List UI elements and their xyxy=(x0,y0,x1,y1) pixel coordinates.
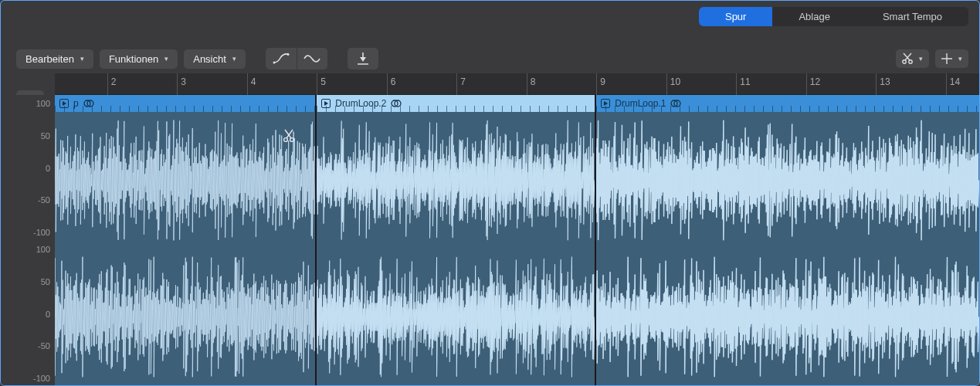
audio-region[interactable]: DrumLoop.2 xyxy=(317,95,596,385)
region-expand-icon xyxy=(59,99,69,108)
amplitude-label: -100 xyxy=(33,228,50,237)
ruler-mark: 2 xyxy=(107,73,117,95)
chevron-down-icon: ▾ xyxy=(958,55,962,63)
waveform xyxy=(317,249,595,385)
region-body[interactable] xyxy=(55,112,315,385)
region-header[interactable]: p xyxy=(55,95,315,112)
functions-menu[interactable]: Funktionen ▾ xyxy=(100,49,178,69)
ruler-mark: 7 xyxy=(456,73,466,95)
ruler-mark: 6 xyxy=(387,73,396,95)
chevron-down-icon: ▾ xyxy=(80,55,84,63)
ruler-mark: 10 xyxy=(666,73,680,95)
waveform xyxy=(55,112,315,249)
svg-point-5 xyxy=(903,60,906,63)
tab-ablage[interactable]: Ablage xyxy=(772,7,856,26)
svg-point-0 xyxy=(273,62,275,64)
stereo-link-icon xyxy=(391,99,402,108)
ruler-mark: 12 xyxy=(806,73,820,95)
waveform xyxy=(317,112,595,249)
ruler-mark: 8 xyxy=(527,73,536,95)
crosshair-icon xyxy=(941,52,952,65)
svg-marker-18 xyxy=(324,101,328,106)
view-menu-label: Ansicht xyxy=(193,53,226,65)
svg-marker-22 xyxy=(604,101,608,106)
chevron-down-icon: ▾ xyxy=(164,55,168,63)
flex-tool-group xyxy=(266,48,327,69)
region-expand-icon xyxy=(601,99,610,108)
ruler-mark: 14 xyxy=(946,73,960,95)
amplitude-label: -50 xyxy=(38,341,50,350)
flex-icon[interactable] xyxy=(297,48,327,69)
ruler-mark: 13 xyxy=(876,73,890,95)
bar-ruler[interactable]: 234567891011121314 xyxy=(55,73,979,95)
automation-curve-icon[interactable] xyxy=(266,48,297,69)
waveform-area[interactable]: pDrumLoop.2DrumLoop.1 xyxy=(55,95,979,385)
view-menu[interactable]: Ansicht ▾ xyxy=(184,49,246,69)
functions-menu-label: Funktionen xyxy=(109,53,158,65)
region-body[interactable] xyxy=(317,112,595,385)
svg-point-6 xyxy=(909,60,912,63)
region-body[interactable] xyxy=(596,112,979,385)
ruler-mark: 5 xyxy=(317,73,326,95)
editor-mode-tabs: Spur Ablage Smart Tempo xyxy=(699,7,968,26)
cmd-click-tool[interactable]: ▾ xyxy=(935,49,968,68)
region-header[interactable]: DrumLoop.1 xyxy=(596,95,979,112)
waveform xyxy=(55,249,315,385)
svg-marker-14 xyxy=(63,101,66,106)
audio-region[interactable]: DrumLoop.1 xyxy=(596,95,980,385)
edit-menu[interactable]: Bearbeiten ▾ xyxy=(16,49,93,69)
audio-region[interactable]: p xyxy=(55,95,317,385)
editor-toolbar: Bearbeiten ▾ Funktionen ▾ Ansicht ▾ xyxy=(16,46,968,72)
amplitude-label: 100 xyxy=(36,245,50,254)
ruler-mark: 4 xyxy=(247,73,256,95)
svg-point-1 xyxy=(287,53,289,56)
svg-marker-3 xyxy=(360,57,366,62)
amplitude-label: 100 xyxy=(36,99,50,108)
amplitude-scale: 100500-50-100100500-50-100 xyxy=(1,95,55,385)
chevron-down-icon: ▾ xyxy=(232,55,236,63)
ruler-mark: 11 xyxy=(736,73,750,95)
stereo-link-icon xyxy=(83,99,94,108)
amplitude-label: 50 xyxy=(41,277,50,286)
edit-menu-label: Bearbeiten xyxy=(25,53,74,65)
ruler-mark: 9 xyxy=(596,73,605,95)
region-name: p xyxy=(73,98,79,109)
region-name: DrumLoop.2 xyxy=(335,98,386,109)
amplitude-label: 0 xyxy=(46,164,50,173)
region-name: DrumLoop.1 xyxy=(615,98,666,109)
ruler-mark: 3 xyxy=(177,73,186,95)
region-expand-icon xyxy=(321,99,331,108)
tab-spur[interactable]: Spur xyxy=(699,7,772,26)
amplitude-label: -50 xyxy=(38,195,50,205)
playhead-catch-icon[interactable] xyxy=(348,48,378,69)
tab-smart-tempo[interactable]: Smart Tempo xyxy=(856,7,968,26)
waveform xyxy=(596,249,979,385)
left-click-tool[interactable]: ▾ xyxy=(896,49,929,68)
region-header[interactable]: DrumLoop.2 xyxy=(317,95,595,112)
amplitude-label: -100 xyxy=(33,374,50,383)
amplitude-label: 0 xyxy=(46,310,50,319)
stereo-link-icon xyxy=(670,99,681,108)
waveform xyxy=(596,112,979,249)
chevron-down-icon: ▾ xyxy=(919,55,923,63)
scissors-icon xyxy=(902,52,913,65)
amplitude-label: 50 xyxy=(41,131,50,141)
